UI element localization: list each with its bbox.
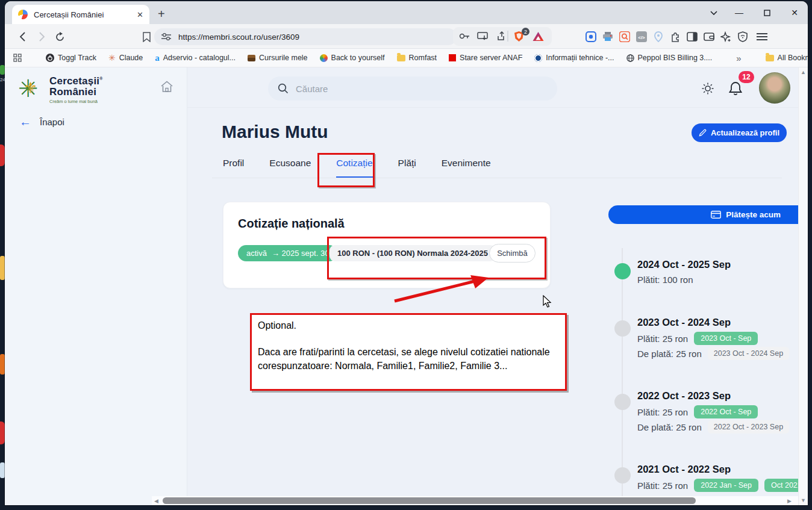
- bookmarks-bar: Toggl Track ✳ Claude a Adservio - catalo…: [5, 49, 808, 67]
- timeline-line: [622, 248, 623, 505]
- toggl-icon: [46, 54, 54, 62]
- browser-toolbar: 2 </>: [5, 24, 808, 49]
- search-input[interactable]: [295, 83, 548, 95]
- app-logo[interactable]: ✳⚜ Cercetașii® României Creăm o lume mai…: [18, 73, 103, 104]
- folder-icon: [397, 55, 405, 61]
- all-bookmarks[interactable]: All Bookmarks: [766, 54, 808, 62]
- ext-recorder-icon[interactable]: [584, 30, 598, 43]
- back-arrow-icon: ←: [19, 116, 31, 128]
- bookmark-cursurile[interactable]: Cursurile mele: [248, 54, 308, 62]
- back-icon[interactable]: [14, 29, 30, 45]
- horizontal-scrollbar[interactable]: ◀ ▶: [152, 496, 799, 505]
- ext-printer-icon[interactable]: [601, 30, 614, 43]
- tab-ecusoane[interactable]: Ecusoane: [269, 158, 311, 178]
- claude-icon: ✳: [108, 54, 116, 62]
- notification-count-badge: 12: [739, 71, 754, 83]
- share-icon[interactable]: [495, 30, 508, 42]
- new-tab-button[interactable]: +: [158, 6, 165, 22]
- bookmark-folder-romfast[interactable]: Romfast: [397, 54, 437, 62]
- ext-code-icon[interactable]: </>: [635, 30, 648, 43]
- swirl-icon: [320, 54, 328, 62]
- wallet-icon[interactable]: [702, 30, 716, 43]
- vpn-shield-icon[interactable]: [736, 30, 749, 43]
- address-bar[interactable]: [154, 28, 457, 45]
- tab-search-chevron-icon[interactable]: [701, 1, 726, 24]
- card-title: Cotizație națională: [238, 217, 345, 231]
- tab-close-icon[interactable]: ✕: [137, 10, 143, 19]
- bookmark-backtoyourself[interactable]: Back to yourself: [320, 54, 385, 62]
- timeline-period: 2022 Oct - 2023 Sep: [637, 390, 731, 402]
- svg-text:</>: </>: [638, 34, 645, 40]
- search-icon: [278, 83, 289, 94]
- bookmark-claude[interactable]: ✳ Claude: [108, 54, 143, 62]
- scout-fleur-icon: ✳⚜: [18, 74, 45, 103]
- bookmark-toggl[interactable]: Toggl Track: [46, 54, 96, 62]
- notifications-bell-icon[interactable]: [728, 81, 743, 97]
- vertical-scrollbar[interactable]: ▲ ▼: [798, 67, 808, 505]
- bookmark-adservio[interactable]: a Adservio - catalogul...: [155, 54, 236, 62]
- pay-now-button[interactable]: Plătește acum: [608, 205, 799, 224]
- annotation-line2: Daca are frati/parinti la cercetasi, se …: [258, 346, 559, 373]
- browser-tab[interactable]: Cercetașii României ✕: [12, 5, 149, 24]
- update-profile-button[interactable]: Actualizează profil: [692, 123, 787, 142]
- forward-icon[interactable]: [34, 29, 49, 45]
- scroll-left-arrow[interactable]: ◀: [154, 498, 158, 504]
- highlight-box-cotizatie-tab: [317, 153, 375, 187]
- passwords-key-icon[interactable]: [458, 30, 471, 42]
- install-app-icon[interactable]: [476, 30, 489, 42]
- scroll-up-arrow[interactable]: ▲: [801, 69, 806, 75]
- timeline-paid-row: Plătit: 25 ron 2022 Oct - Sep: [637, 405, 758, 418]
- tab-profil[interactable]: Profil: [223, 158, 244, 178]
- logo-reg-mark: ®: [99, 76, 102, 81]
- desktop-icon-fragment: [0, 65, 5, 75]
- due-period-badge: 2022 Oct - 2023 Sep: [708, 420, 789, 434]
- apps-grid-icon[interactable]: [13, 54, 22, 62]
- search-bar[interactable]: [268, 76, 557, 101]
- tab-bar: Cercetașii României ✕ + — ✕: [5, 1, 808, 24]
- site-settings-icon[interactable]: [161, 33, 171, 40]
- page-content: ✳⚜ Cercetașii® României Creăm o lume mai…: [5, 67, 808, 505]
- home-icon[interactable]: [160, 81, 173, 93]
- window-minimize-button[interactable]: —: [726, 1, 752, 24]
- theme-toggle-sun-icon[interactable]: [701, 82, 714, 95]
- paid-period-badge: 2022 Jan - Sep: [694, 479, 758, 492]
- page-title: Marius Mutu: [222, 122, 328, 142]
- tab-favicon: [18, 10, 28, 19]
- desktop-icon-fragment: [0, 145, 5, 166]
- reload-icon[interactable]: [52, 29, 67, 45]
- leo-ai-sparkle-icon[interactable]: [719, 30, 732, 43]
- tab-evenimente[interactable]: Evenimente: [442, 158, 491, 178]
- ext-location-pin-icon[interactable]: [652, 30, 665, 43]
- annotation-note-box: Optional. Daca are frati/parinti la cerc…: [250, 313, 567, 391]
- url-input[interactable]: [177, 32, 449, 42]
- tab-title: Cercetașii României: [34, 10, 133, 19]
- paid-period-badge: 2022 Oct - Sep: [694, 405, 758, 418]
- tab-plati[interactable]: Plăți: [398, 158, 416, 178]
- browser-window: Cercetașii României ✕ + — ✕: [5, 1, 808, 505]
- window-maximize-button[interactable]: [754, 1, 779, 24]
- timeline-paid-row: Plătit: 25 ron 2023 Oct - Sep: [637, 332, 758, 345]
- bookmark-informatii[interactable]: Informații tehnice -...: [534, 54, 614, 62]
- timeline-period: 2024 Oct - 2025 Sep: [637, 259, 731, 270]
- user-avatar[interactable]: [759, 72, 790, 104]
- ext-search-q-icon[interactable]: [618, 30, 631, 43]
- timeline-period: 2023 Oct - 2024 Sep: [637, 317, 731, 328]
- scroll-right-arrow[interactable]: ▶: [787, 498, 792, 504]
- horizontal-scroll-thumb[interactable]: [163, 497, 696, 504]
- brave-rewards-icon[interactable]: [531, 30, 545, 42]
- bookmark-icon[interactable]: [139, 29, 154, 45]
- bookmarks-overflow-chevron[interactable]: »: [736, 53, 741, 63]
- extensions-puzzle-icon[interactable]: [669, 30, 682, 43]
- logo-line1: Cercetașii: [49, 75, 99, 87]
- bookmark-anaf[interactable]: Stare server ANAF: [449, 54, 522, 62]
- scroll-down-arrow[interactable]: ▼: [801, 497, 806, 503]
- window-close-button[interactable]: ✕: [782, 1, 807, 24]
- credit-card-icon: [711, 211, 721, 219]
- timeline-due-row: De plată: 25 ron 2023 Oct - 2024 Sep: [637, 347, 789, 360]
- menu-icon[interactable]: [755, 30, 769, 43]
- globe-icon: [626, 54, 634, 62]
- sidebar-toggle-icon[interactable]: [686, 30, 699, 43]
- back-link[interactable]: ← Înapoi: [19, 116, 64, 128]
- header-divider: [187, 107, 799, 108]
- bookmark-peppol[interactable]: Peppol BIS Billing 3....: [626, 54, 713, 62]
